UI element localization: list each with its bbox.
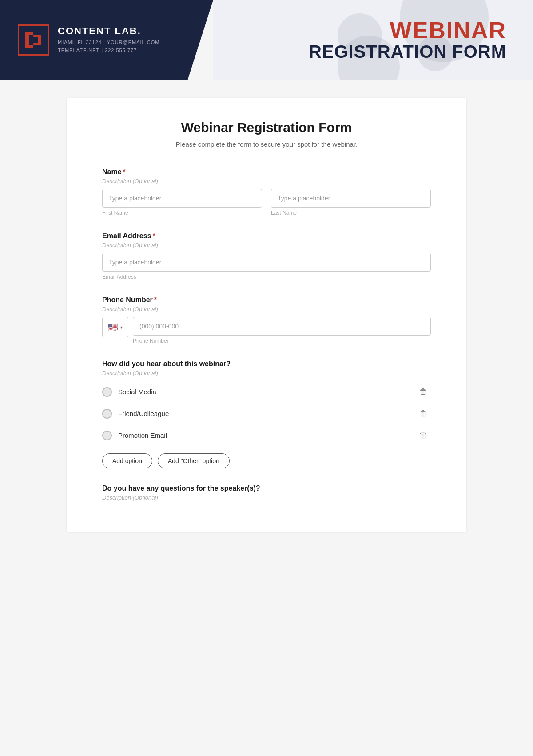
brand-text: CONTENT LAB. MIAMI, FL 33124 | YOUR@EMAI… (58, 25, 159, 54)
last-name-sublabel: Last Name (271, 210, 431, 216)
logo-icon (24, 30, 43, 50)
field-phone-description: Description (Optional) (102, 306, 431, 312)
field-email: Email Address* Description (Optional) Em… (102, 232, 431, 280)
header-title: WEBINAR REGISTRATION FORM (309, 19, 506, 61)
radio-label-social: Social Media (118, 388, 156, 396)
header-title-area: WEBINAR REGISTRATION FORM (213, 0, 533, 80)
radio-left-social: Social Media (102, 387, 156, 397)
field-heard: How did you hear about this webinar? Des… (102, 360, 431, 468)
delete-icon-social: 🗑 (419, 387, 427, 396)
field-heard-description: Description (Optional) (102, 370, 431, 376)
form-container: Webinar Registration Form Please complet… (67, 98, 466, 532)
first-name-sublabel: First Name (102, 210, 262, 216)
required-star: * (123, 168, 126, 176)
field-heard-label: How did you hear about this webinar? (102, 360, 431, 368)
radio-option-promo: Promotion Email 🗑 (102, 424, 431, 446)
radio-circle-social[interactable] (102, 387, 112, 397)
field-name-description: Description (Optional) (102, 178, 431, 184)
brand-name: CONTENT LAB. (58, 25, 159, 37)
radio-option-social: Social Media 🗑 (102, 381, 431, 403)
field-phone: Phone Number* Description (Optional) 🇺🇸 … (102, 296, 431, 344)
radio-circle-friend[interactable] (102, 409, 112, 419)
field-email-description: Description (Optional) (102, 242, 431, 248)
svg-rect-1 (25, 32, 33, 35)
add-option-button[interactable]: Add option (102, 453, 152, 468)
field-phone-label: Phone Number* (102, 296, 431, 304)
email-sublabel: Email Address (102, 274, 431, 280)
field-name: Name* Description (Optional) First Name … (102, 168, 431, 216)
delete-icon-friend: 🗑 (419, 409, 427, 418)
page-header: CONTENT LAB. MIAMI, FL 33124 | YOUR@EMAI… (0, 0, 533, 80)
header-title-line2: REGISTRATION FORM (309, 42, 506, 61)
logo-box (18, 24, 49, 56)
field-name-label: Name* (102, 168, 431, 176)
delete-icon-promo: 🗑 (419, 431, 427, 440)
field-questions-description: Description (Optional) (102, 494, 431, 501)
delete-option-social-button[interactable]: 🗑 (416, 385, 431, 398)
radio-label-promo: Promotion Email (118, 432, 167, 439)
phone-sublabel: Phone Number (133, 338, 431, 344)
phone-country-selector[interactable]: 🇺🇸 ▾ (102, 317, 128, 337)
delete-option-promo-button[interactable]: 🗑 (416, 429, 431, 442)
radio-label-friend: Friend/Colleague (118, 410, 169, 417)
field-questions-label: Do you have any questions for the speake… (102, 484, 431, 492)
add-options-row: Add option Add "Other" option (102, 453, 431, 468)
radio-left-promo: Promotion Email (102, 431, 167, 440)
email-input[interactable] (102, 253, 431, 272)
radio-left-friend: Friend/Colleague (102, 409, 169, 419)
field-questions: Do you have any questions for the speake… (102, 484, 431, 501)
name-input-row: First Name Last Name (102, 189, 431, 216)
radio-option-friend: Friend/Colleague 🗑 (102, 403, 431, 424)
last-name-wrapper: Last Name (271, 189, 431, 216)
svg-rect-5 (33, 43, 41, 45)
delete-option-friend-button[interactable]: 🗑 (416, 407, 431, 420)
add-other-option-button[interactable]: Add "Other" option (158, 453, 230, 468)
radio-circle-promo[interactable] (102, 431, 112, 440)
flag-emoji: 🇺🇸 (108, 322, 118, 332)
required-star-email: * (153, 232, 155, 240)
phone-row: 🇺🇸 ▾ Phone Number (102, 317, 431, 344)
first-name-wrapper: First Name (102, 189, 262, 216)
svg-rect-2 (25, 45, 33, 48)
last-name-input[interactable] (271, 189, 431, 208)
email-input-wrapper: Email Address (102, 253, 431, 280)
field-email-label: Email Address* (102, 232, 431, 240)
phone-input[interactable] (133, 317, 431, 336)
svg-rect-4 (33, 35, 41, 37)
header-brand: CONTENT LAB. MIAMI, FL 33124 | YOUR@EMAI… (0, 0, 213, 80)
form-title: Webinar Registration Form (102, 120, 431, 135)
chevron-down-icon: ▾ (120, 325, 123, 330)
header-title-line1: WEBINAR (309, 19, 506, 42)
phone-input-wrapper: Phone Number (133, 317, 431, 344)
first-name-input[interactable] (102, 189, 262, 208)
brand-sub: MIAMI, FL 33124 | YOUR@EMAIL.COM TEMPLAT… (58, 39, 159, 54)
required-star-phone: * (154, 296, 157, 304)
form-subtitle: Please complete the form to secure your … (102, 140, 431, 148)
